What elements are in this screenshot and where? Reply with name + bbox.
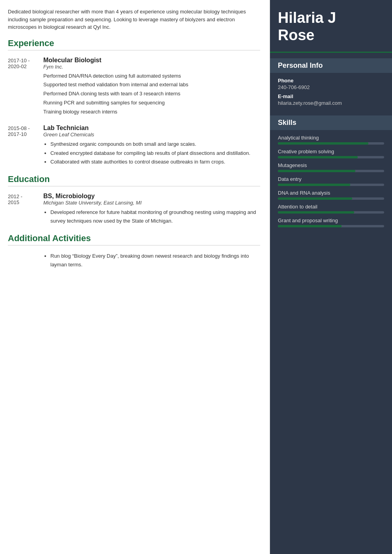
edu1-degree: BS, Microbiology <box>43 193 260 200</box>
duty-3: Performed DNA cloning tests with team of… <box>43 90 260 98</box>
personal-info-title: Personal Info <box>270 58 392 73</box>
edu1-bullets: Developed reference for future habitat m… <box>43 208 260 225</box>
skill-bar-fill-6 <box>278 225 342 227</box>
job1-date: 2017-10 -2020-02 <box>8 57 43 117</box>
job1-duties: Performed DNA/RNA detection using full a… <box>43 72 260 116</box>
skill-bar-fill-5 <box>278 211 354 214</box>
job2-bullet-3: Collaborated with state authorities to c… <box>50 158 260 166</box>
skills-list: Analytical thinkingCreative problem solv… <box>278 135 384 227</box>
skill-name-5: Attention to detail <box>278 204 384 210</box>
email-label: E-mail <box>278 93 384 99</box>
phone-label: Phone <box>278 78 384 84</box>
experience-item-1: 2017-10 -2020-02 Molecular Biologist Fyr… <box>8 57 260 117</box>
skill-bar-bg-0 <box>278 142 384 145</box>
activities-section: Additional Activities Run blog “Biology … <box>8 233 260 269</box>
job2-bullets: Synthesized organic compounds on both sm… <box>43 140 260 166</box>
skill-name-0: Analytical thinking <box>278 135 384 141</box>
job1-content: Molecular Biologist Fyrn Inc. Performed … <box>43 57 260 117</box>
experience-section: Experience 2017-10 -2020-02 Molecular Bi… <box>8 38 260 166</box>
phone-value: 240-706-6902 <box>278 84 384 90</box>
skill-bar-fill-1 <box>278 156 358 158</box>
education-title: Education <box>8 174 260 184</box>
skill-item-1: Creative problem solving <box>278 149 384 158</box>
skill-bar-bg-4 <box>278 197 384 200</box>
email-value: hilaria.zety.rose@gmail.com <box>278 100 384 106</box>
skill-name-1: Creative problem solving <box>278 149 384 154</box>
job2-title: Lab Technician <box>43 125 260 132</box>
skill-name-6: Grant and proposal writing <box>278 218 384 223</box>
activities-bullets: Run blog “Biology Every Day”, breaking d… <box>43 252 260 269</box>
duty-5: Training biology research interns <box>43 108 260 116</box>
job2-bullet-1: Synthesized organic compounds on both sm… <box>50 140 260 149</box>
job1-title: Molecular Biologist <box>43 57 260 64</box>
edu1-content: BS, Microbiology Michigan State Universi… <box>43 193 260 225</box>
job2-company: Green Leaf Chemicals <box>43 132 260 138</box>
job2-bullet-2: Created encrypted database for compiling… <box>50 149 260 158</box>
activities-title: Additional Activities <box>8 233 260 244</box>
job2-content: Lab Technician Green Leaf Chemicals Synt… <box>43 125 260 166</box>
skill-name-4: DNA and RNA analysis <box>278 190 384 196</box>
duty-4: Running PCR and submitting samples for s… <box>43 99 260 107</box>
edu1-institution: Michigan State University, East Lansing,… <box>43 200 260 206</box>
right-column: Hilaria JRose Personal Info Phone 240-70… <box>270 0 392 554</box>
skill-name-3: Data entry <box>278 176 384 182</box>
experience-title: Experience <box>8 38 260 48</box>
skill-name-2: Mutagenesis <box>278 162 384 168</box>
skill-bar-fill-2 <box>278 170 355 172</box>
left-column: Dedicated biological researcher with mor… <box>0 0 270 554</box>
skill-item-4: DNA and RNA analysis <box>278 190 384 200</box>
skill-item-3: Data entry <box>278 176 384 186</box>
activities-content: Run blog “Biology Every Day”, breaking d… <box>43 252 260 269</box>
skill-item-2: Mutagenesis <box>278 162 384 172</box>
skill-item-6: Grant and proposal writing <box>278 218 384 227</box>
duty-2: Supported test method validation from in… <box>43 81 260 89</box>
education-item-1: 2012 -2015 BS, Microbiology Michigan Sta… <box>8 193 260 225</box>
activities-date <box>8 252 43 269</box>
skill-bar-bg-3 <box>278 184 384 186</box>
personal-info-section: Personal Info Phone 240-706-6902 E-mail … <box>270 53 392 110</box>
skill-bar-fill-0 <box>278 142 368 145</box>
skill-bar-fill-4 <box>278 197 352 200</box>
activity-1: Run blog “Biology Every Day”, breaking d… <box>50 252 260 269</box>
skill-bar-bg-2 <box>278 170 384 172</box>
activities-item: Run blog “Biology Every Day”, breaking d… <box>8 252 260 269</box>
skill-item-5: Attention to detail <box>278 204 384 214</box>
job2-date: 2015-08 -2017-10 <box>8 125 43 166</box>
edu1-bullet-1: Developed reference for future habitat m… <box>50 208 260 225</box>
experience-item-2: 2015-08 -2017-10 Lab Technician Green Le… <box>8 125 260 166</box>
skill-item-0: Analytical thinking <box>278 135 384 145</box>
skills-section: Skills Analytical thinkingCreative probl… <box>270 110 392 232</box>
skill-bar-bg-1 <box>278 156 384 158</box>
duty-1: Performed DNA/RNA detection using full a… <box>43 72 260 80</box>
candidate-name: Hilaria JRose <box>278 9 384 44</box>
skill-bar-bg-5 <box>278 211 384 214</box>
name-section: Hilaria JRose <box>270 0 392 53</box>
summary: Dedicated biological researcher with mor… <box>8 8 260 31</box>
education-section: Education 2012 -2015 BS, Microbiology Mi… <box>8 174 260 225</box>
skills-title: Skills <box>270 115 392 130</box>
job1-company: Fyrn Inc. <box>43 64 260 70</box>
skill-bar-fill-3 <box>278 184 350 186</box>
skill-bar-bg-6 <box>278 225 384 227</box>
edu1-date: 2012 -2015 <box>8 193 43 225</box>
